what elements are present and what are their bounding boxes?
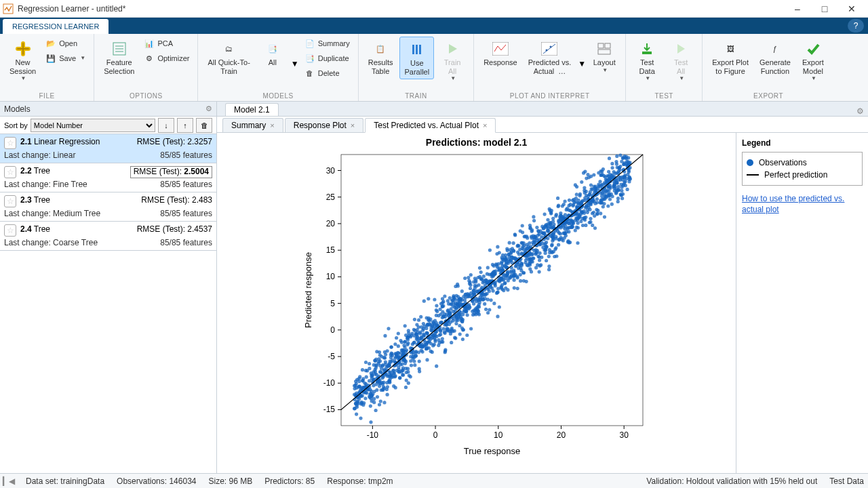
panel-options-icon[interactable]: ⚙	[205, 104, 212, 113]
svg-point-1477	[433, 319, 436, 322]
layout-button[interactable]: Layout▼	[589, 37, 620, 76]
duplicate-button[interactable]: 📑Duplicate	[302, 52, 353, 65]
pca-button[interactable]: 📊PCA	[141, 37, 192, 50]
svg-point-1468	[538, 258, 541, 262]
use-parallel-button[interactable]: Use Parallel	[399, 37, 434, 79]
generate-function-button[interactable]: ƒGenerate Function	[755, 37, 795, 78]
favorite-star-icon[interactable]: ☆	[4, 224, 16, 237]
optimizer-button[interactable]: ⚙Optimizer	[141, 52, 192, 65]
train-all-button[interactable]: Train All▼	[437, 37, 468, 84]
svg-point-1326	[433, 324, 436, 327]
svg-point-368	[368, 362, 371, 365]
svg-point-1460	[526, 237, 529, 240]
svg-point-239	[610, 166, 614, 169]
model-metric: RMSE (Test): 2.4537	[137, 224, 212, 237]
svg-point-687	[567, 204, 570, 207]
sort-desc-button[interactable]: ↓	[158, 118, 174, 133]
summary-button[interactable]: 📄Summary	[302, 37, 353, 50]
svg-point-645	[506, 288, 509, 291]
svg-point-1595	[537, 232, 540, 236]
predicted-vs-actual-button[interactable]: Predicted vs. Actual …	[524, 37, 576, 78]
svg-point-1550	[443, 350, 446, 354]
svg-point-1393	[458, 333, 461, 336]
svg-point-1474	[519, 264, 523, 267]
sort-select[interactable]: Model Number	[31, 119, 155, 132]
play-icon	[443, 39, 462, 58]
svg-point-391	[465, 313, 469, 317]
svg-point-800	[558, 232, 561, 235]
favorite-star-icon[interactable]: ☆	[4, 137, 16, 149]
close-icon[interactable]: ×	[483, 121, 487, 129]
export-plot-button[interactable]: 🖼Export Plot to Figure	[708, 37, 753, 78]
check-icon	[804, 39, 823, 58]
svg-point-1369	[421, 332, 425, 336]
svg-point-1532	[554, 246, 557, 249]
doc-tab-model[interactable]: Model 2.1	[225, 103, 279, 116]
test-all-button[interactable]: Test All▼	[665, 37, 696, 84]
favorite-star-icon[interactable]: ☆	[4, 195, 16, 207]
svg-point-1617	[370, 394, 373, 397]
svg-point-1257	[569, 218, 572, 222]
svg-point-1177	[406, 382, 410, 385]
svg-point-598	[591, 211, 595, 214]
sort-asc-button[interactable]: ↑	[177, 118, 193, 133]
svg-point-1445	[415, 328, 418, 331]
save-button[interactable]: 💾Save▼	[43, 52, 88, 65]
svg-point-1597	[616, 200, 619, 203]
results-table-button[interactable]: 📋Results Table	[364, 37, 397, 78]
response-plot-button[interactable]: Response	[479, 37, 521, 70]
svg-point-1246	[393, 357, 397, 360]
panel-options-icon[interactable]: ⚙	[856, 106, 864, 116]
svg-point-851	[414, 354, 417, 357]
tab-response-plot[interactable]: Response Plot×	[285, 118, 363, 132]
delete-button[interactable]: 🗑Delete	[302, 66, 353, 80]
svg-point-1461	[583, 218, 586, 222]
model-row[interactable]: ☆ 2.3 Tree RMSE (Test): 2.483 Last chang…	[0, 192, 216, 222]
close-icon[interactable]: ×	[351, 121, 355, 129]
status-predictors: Predictors: 85	[264, 476, 315, 486]
svg-point-1510	[482, 280, 486, 283]
svg-point-1221	[560, 204, 564, 207]
test-data-button[interactable]: Test Data▼	[631, 37, 663, 84]
model-row[interactable]: ☆ 2.2 Tree RMSE (Test): 2.5004 Last chan…	[0, 163, 216, 192]
open-button[interactable]: 📂Open	[43, 37, 88, 50]
svg-point-1621	[530, 260, 533, 263]
chart-title: Predictions: model 2.1	[217, 137, 736, 148]
minimize-button[interactable]: –	[784, 1, 811, 17]
new-session-button[interactable]: New Session▼	[5, 37, 40, 84]
model-row[interactable]: ☆ 2.4 Tree RMSE (Test): 2.4537 Last chan…	[0, 222, 216, 251]
svg-point-747	[528, 241, 531, 245]
help-icon[interactable]: ?	[848, 19, 864, 33]
svg-point-1632	[570, 224, 574, 228]
panel-collapse-icon[interactable]: ▎◀	[4, 476, 14, 486]
svg-point-104	[511, 241, 515, 245]
model-row[interactable]: ☆ 2.1 Linear Regression RMSE (Test): 2.3…	[0, 134, 216, 163]
svg-point-1419	[435, 304, 438, 308]
export-model-button[interactable]: Export Model▼	[797, 37, 829, 84]
svg-point-1360	[520, 241, 524, 245]
close-button[interactable]: ✕	[838, 1, 865, 17]
svg-point-932	[390, 352, 393, 356]
svg-point-1301	[528, 227, 532, 230]
scatter-diag-icon	[540, 39, 559, 58]
svg-point-1136	[374, 373, 378, 376]
svg-point-309	[598, 180, 601, 183]
svg-point-1636	[461, 328, 465, 331]
svg-point-1614	[519, 251, 523, 255]
svg-point-1399	[548, 251, 551, 254]
maximize-button[interactable]: □	[811, 1, 838, 17]
feature-selection-button[interactable]: Feature Selection	[100, 37, 138, 78]
close-icon[interactable]: ×	[270, 121, 274, 129]
all-quick-to-train-button[interactable]: 🗂All Quick-To- Train	[203, 37, 254, 78]
all-models-button[interactable]: 📑All	[257, 37, 288, 70]
svg-point-1509	[471, 289, 475, 292]
svg-point-1361	[512, 273, 515, 277]
ribbon-tab-regression-learner[interactable]: REGRESSION LEARNER	[3, 19, 108, 34]
favorite-star-icon[interactable]: ☆	[4, 166, 16, 178]
delete-model-button[interactable]: 🗑	[196, 118, 212, 133]
plot-panel: Model 2.1 ⚙ Summary× Response Plot× Test…	[217, 102, 868, 473]
tab-predicted-vs-actual[interactable]: Test Predicted vs. Actual Plot×	[365, 118, 496, 133]
svg-point-537	[618, 154, 622, 157]
help-link[interactable]: How to use the predicted vs. actual plot	[742, 194, 863, 215]
tab-summary[interactable]: Summary×	[222, 118, 283, 132]
